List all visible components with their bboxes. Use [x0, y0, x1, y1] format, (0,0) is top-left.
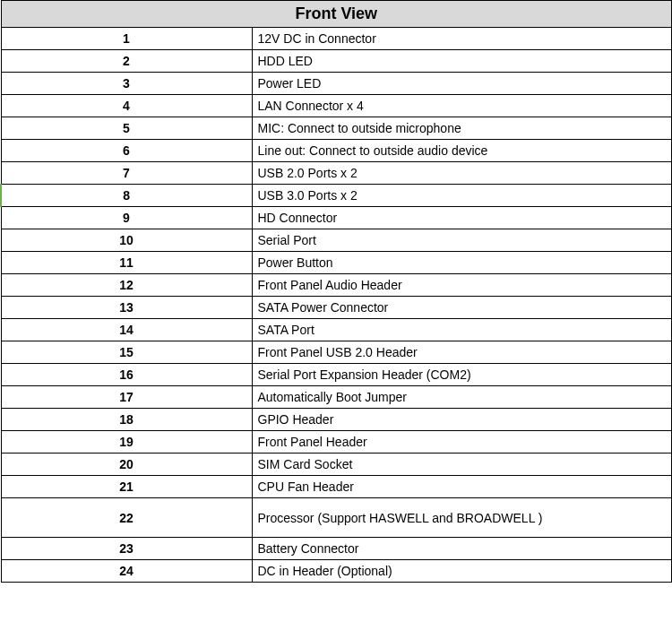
- row-number: 7: [1, 162, 252, 185]
- row-number: 1: [1, 28, 252, 50]
- row-description: SIM Card Socket: [252, 454, 672, 476]
- row-number: 18: [1, 409, 252, 431]
- table-row: 5MIC: Connect to outside microphone: [1, 117, 672, 140]
- table-row: 3Power LED: [1, 73, 672, 95]
- row-number: 11: [1, 252, 252, 274]
- table-row: 13SATA Power Connector: [1, 297, 672, 319]
- row-description: DC in Header (Optional): [252, 560, 672, 583]
- row-description: Front Panel USB 2.0 Header: [252, 341, 672, 364]
- row-description: Line out: Connect to outside audio devic…: [252, 140, 672, 162]
- table-row: 9HD Connector: [1, 207, 672, 229]
- table-row: 11Power Button: [1, 252, 672, 274]
- row-number: 10: [1, 229, 252, 252]
- row-description: Front Panel Header: [252, 431, 672, 454]
- table-row: 20SIM Card Socket: [1, 454, 672, 476]
- row-number: 8: [1, 185, 252, 207]
- row-number: 12: [1, 274, 252, 297]
- table-row: 22Processor (Support HASWELL and BROADWE…: [1, 498, 672, 538]
- row-number: 19: [1, 431, 252, 454]
- row-number: 2: [1, 50, 252, 73]
- row-number: 23: [1, 538, 252, 560]
- row-description: Power Button: [252, 252, 672, 274]
- row-number: 14: [1, 319, 252, 341]
- row-description: USB 3.0 Ports x 2: [252, 185, 672, 207]
- row-number: 4: [1, 95, 252, 117]
- table-row: 16Serial Port Expansion Header (COM2): [1, 364, 672, 386]
- row-number: 16: [1, 364, 252, 386]
- row-description: USB 2.0 Ports x 2: [252, 162, 672, 185]
- front-view-table: Front View 112V DC in Connector2HDD LED3…: [0, 0, 672, 583]
- row-number: 6: [1, 140, 252, 162]
- table-row: 14SATA Port: [1, 319, 672, 341]
- table-row: 15Front Panel USB 2.0 Header: [1, 341, 672, 364]
- row-description: SATA Power Connector: [252, 297, 672, 319]
- row-description: Front Panel Audio Header: [252, 274, 672, 297]
- table-row: 23Battery Connector: [1, 538, 672, 560]
- row-number: 21: [1, 476, 252, 498]
- table-row: 112V DC in Connector: [1, 28, 672, 50]
- row-description: HD Connector: [252, 207, 672, 229]
- table-row: 6Line out: Connect to outside audio devi…: [1, 140, 672, 162]
- row-number: 13: [1, 297, 252, 319]
- table-row: 18GPIO Header: [1, 409, 672, 431]
- table-row: 19Front Panel Header: [1, 431, 672, 454]
- row-number: 9: [1, 207, 252, 229]
- row-number: 24: [1, 560, 252, 583]
- row-description: Battery Connector: [252, 538, 672, 560]
- table-title: Front View: [1, 1, 672, 28]
- row-number: 22: [1, 498, 252, 538]
- row-description: MIC: Connect to outside microphone: [252, 117, 672, 140]
- row-description: Processor (Support HASWELL and BROADWELL…: [252, 498, 672, 538]
- table-body: 112V DC in Connector2HDD LED3Power LED4L…: [1, 28, 672, 583]
- row-description: Power LED: [252, 73, 672, 95]
- row-description: CPU Fan Header: [252, 476, 672, 498]
- row-description: HDD LED: [252, 50, 672, 73]
- row-description: Serial Port: [252, 229, 672, 252]
- table-row: 4LAN Connector x 4: [1, 95, 672, 117]
- row-number: 17: [1, 386, 252, 409]
- table-row: 17Automatically Boot Jumper: [1, 386, 672, 409]
- row-number: 15: [1, 341, 252, 364]
- row-description: Serial Port Expansion Header (COM2): [252, 364, 672, 386]
- row-description: LAN Connector x 4: [252, 95, 672, 117]
- table-row: 12Front Panel Audio Header: [1, 274, 672, 297]
- table-row: 21CPU Fan Header: [1, 476, 672, 498]
- row-description: SATA Port: [252, 319, 672, 341]
- row-number: 20: [1, 454, 252, 476]
- table-row: 2HDD LED: [1, 50, 672, 73]
- table-row: 24DC in Header (Optional): [1, 560, 672, 583]
- table-row: 7USB 2.0 Ports x 2: [1, 162, 672, 185]
- table-row: 8USB 3.0 Ports x 2: [1, 185, 672, 207]
- row-description: Automatically Boot Jumper: [252, 386, 672, 409]
- row-description: GPIO Header: [252, 409, 672, 431]
- table-row: 10Serial Port: [1, 229, 672, 252]
- row-description: 12V DC in Connector: [252, 28, 672, 50]
- row-number: 3: [1, 73, 252, 95]
- row-number: 5: [1, 117, 252, 140]
